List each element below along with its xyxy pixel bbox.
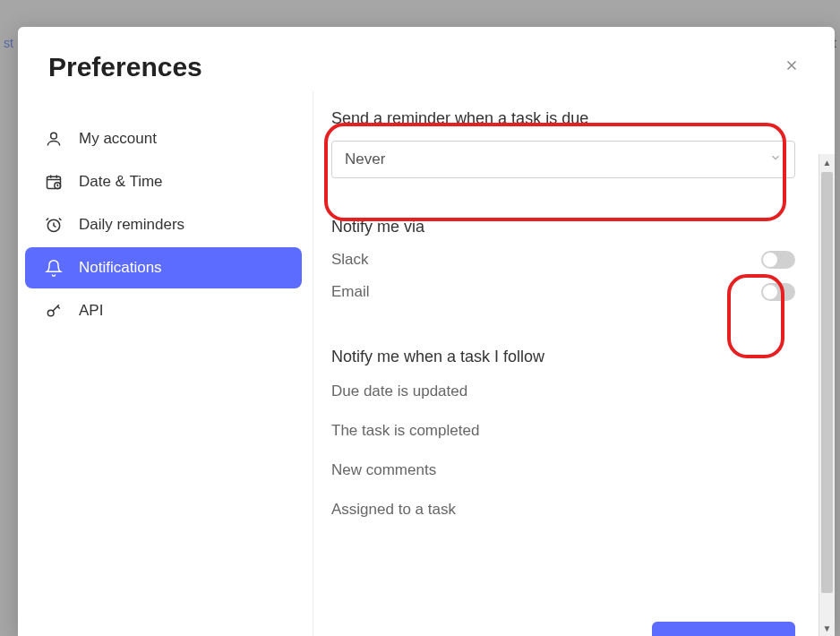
sidebar-item-label: My account [79, 130, 157, 148]
sidebar-item-label: Date & Time [79, 173, 163, 191]
sidebar-item-my-account[interactable]: My account [25, 118, 302, 159]
bell-icon [45, 259, 63, 277]
email-toggle[interactable] [761, 283, 795, 301]
modal-header: Preferences [18, 27, 835, 91]
notify-via-title: Notify me via [331, 218, 795, 236]
scrollbar[interactable]: ▲ ▼ [819, 154, 835, 636]
reminder-select[interactable]: Never [331, 141, 795, 178]
reminder-value: Never [345, 150, 385, 168]
primary-action-button[interactable] [652, 622, 795, 636]
notify-channel-label: Email [331, 283, 370, 301]
notify-channel-email: Email [331, 283, 795, 301]
preferences-content: Send a reminder when a task is due Never… [313, 91, 835, 636]
sidebar-item-notifications[interactable]: Notifications [25, 247, 302, 288]
slack-toggle[interactable] [761, 251, 795, 269]
close-button[interactable] [779, 55, 804, 80]
user-icon [45, 130, 63, 148]
follow-item: Due date is updated [331, 382, 795, 400]
sidebar-item-daily-reminders[interactable]: Daily reminders [25, 204, 302, 245]
notify-channel-slack: Slack [331, 251, 795, 269]
sidebar-item-label: Daily reminders [79, 216, 184, 234]
notify-via-section: Notify me via Slack Email [331, 218, 795, 301]
reminder-section: Send a reminder when a task is due Never [331, 109, 795, 178]
calendar-icon [45, 173, 63, 191]
follow-item: Assigned to a task [331, 501, 795, 519]
chevron-down-icon [769, 150, 782, 168]
scroll-up-arrow[interactable]: ▲ [819, 154, 835, 170]
key-icon [45, 302, 63, 320]
scroll-down-arrow[interactable]: ▼ [819, 620, 835, 636]
scrollbar-thumb[interactable] [821, 172, 833, 593]
svg-point-4 [47, 310, 54, 316]
follow-item: New comments [331, 461, 795, 479]
sidebar-item-label: API [79, 302, 103, 320]
follow-item: The task is completed [331, 422, 795, 440]
alarm-icon [45, 216, 63, 234]
preferences-modal: Preferences My account Date & Time [18, 27, 835, 636]
reminder-label: Send a reminder when a task is due [331, 109, 795, 128]
preferences-sidebar: My account Date & Time Daily reminders N… [18, 91, 313, 636]
close-icon [784, 57, 800, 77]
svg-point-0 [51, 133, 57, 139]
sidebar-item-date-time[interactable]: Date & Time [25, 161, 302, 202]
notify-channel-label: Slack [331, 251, 369, 269]
sidebar-item-api[interactable]: API [25, 290, 302, 331]
follow-section: Notify me when a task I follow Due date … [331, 348, 795, 519]
sidebar-item-label: Notifications [79, 259, 162, 277]
follow-title: Notify me when a task I follow [331, 348, 795, 366]
modal-title: Preferences [48, 52, 202, 82]
